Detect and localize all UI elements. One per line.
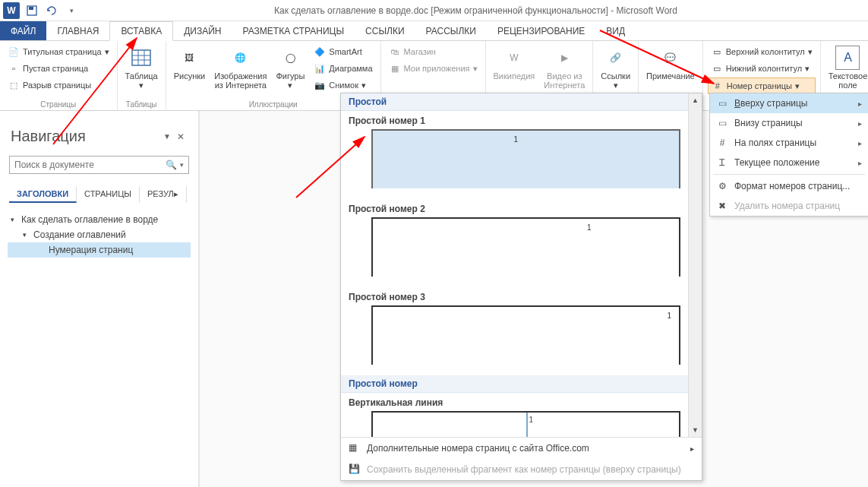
scroll-up-icon[interactable]: ▲ bbox=[689, 93, 702, 107]
textbox-button[interactable]: AТекстовое поле bbox=[825, 44, 868, 91]
nav-tab-results[interactable]: РЕЗУЛ▸ bbox=[140, 186, 187, 203]
qat-dropdown-icon[interactable]: ▾ bbox=[65, 5, 77, 17]
table-icon bbox=[129, 46, 153, 70]
save-icon: 💾 bbox=[349, 463, 361, 476]
pictures-button[interactable]: 🖼Рисунки bbox=[171, 44, 209, 82]
chart-icon: 📊 bbox=[314, 62, 326, 74]
wikipedia-button[interactable]: WВикипедия bbox=[491, 44, 538, 82]
gallery-scrollbar[interactable]: ▲ ▼ bbox=[688, 93, 702, 437]
comment-button[interactable]: 💬Примечание bbox=[643, 44, 698, 82]
shapes-button[interactable]: ◯Фигуры▾ bbox=[273, 44, 308, 91]
shapes-icon: ◯ bbox=[278, 46, 302, 70]
header-button[interactable]: ▭Верхний колонтитул ▾ bbox=[708, 44, 816, 59]
blank-page-icon: ▫ bbox=[8, 62, 20, 74]
nav-search[interactable]: 🔍 ▾ bbox=[9, 156, 189, 174]
menu-item-bottom[interactable]: ▭Внизу страницы▸ bbox=[710, 113, 868, 133]
svg-rect-1 bbox=[29, 7, 33, 10]
nav-dropdown-icon[interactable]: ▼ bbox=[160, 132, 174, 141]
tab-view[interactable]: ВИД bbox=[595, 21, 636, 40]
tab-layout[interactable]: РАЗМЕТКА СТРАНИЦЫ bbox=[232, 21, 355, 40]
menu-item-format[interactable]: ⚙Формат номеров страниц... bbox=[710, 176, 868, 196]
menu-item-margins[interactable]: #На полях страницы▸ bbox=[710, 133, 868, 153]
links-button[interactable]: 🔗Ссылки▾ bbox=[598, 44, 633, 91]
gallery-option[interactable]: 1 bbox=[371, 411, 680, 437]
gallery-option[interactable]: 1 bbox=[371, 129, 680, 188]
vertical-line-icon bbox=[526, 413, 528, 437]
nav-title: Навигация bbox=[11, 128, 160, 145]
window-title: Как сделать оглавление в ворде.doc [Режи… bbox=[84, 5, 868, 16]
footer-button[interactable]: ▭Нижний колонтитул ▾ bbox=[708, 61, 816, 76]
group-tables: Таблица▾ Таблицы bbox=[118, 41, 166, 110]
scroll-down-icon[interactable]: ▼ bbox=[689, 423, 702, 437]
store-icon: 🛍 bbox=[389, 46, 401, 58]
format-icon: ⚙ bbox=[716, 180, 728, 192]
search-input[interactable] bbox=[14, 160, 166, 170]
screenshot-icon: 📷 bbox=[314, 79, 326, 91]
gallery-option-label: Простой номер 1 bbox=[341, 111, 688, 129]
smartart-button[interactable]: 🔷SmartArt bbox=[311, 44, 375, 59]
chart-button[interactable]: 📊Диаграмма bbox=[311, 61, 375, 76]
nav-tabs: ЗАГОЛОВКИ СТРАНИЦЫ РЕЗУЛ▸ bbox=[9, 186, 189, 203]
menu-item-remove: ✖Удалить номера страниц bbox=[710, 196, 868, 216]
tree-item[interactable]: Нумерация страниц bbox=[8, 242, 191, 258]
page-number-button[interactable]: #Номер страницы ▾ bbox=[708, 77, 816, 94]
search-icon[interactable]: 🔍 bbox=[166, 160, 177, 170]
app-icon: W bbox=[3, 2, 20, 19]
search-dropdown-icon[interactable]: ▾ bbox=[180, 161, 184, 169]
gallery-category: Простой bbox=[341, 93, 688, 111]
page-top-icon: ▭ bbox=[716, 97, 728, 109]
page-break-button[interactable]: ⬚Разрыв страницы bbox=[5, 77, 112, 93]
title-bar: W ▾ Как сделать оглавление в ворде.doc [… bbox=[0, 0, 868, 21]
redo-icon[interactable] bbox=[46, 5, 58, 17]
cursor-icon: Ꮖ bbox=[716, 157, 728, 169]
tab-insert[interactable]: ВСТАВКА bbox=[109, 21, 173, 41]
online-picture-icon: 🌐 bbox=[229, 46, 253, 70]
store-button[interactable]: 🛍Магазин bbox=[386, 44, 481, 59]
online-pictures-button[interactable]: 🌐Изображения из Интернета bbox=[211, 44, 270, 91]
more-from-office-button[interactable]: ▦Дополнительные номера страниц с сайта O… bbox=[341, 438, 702, 459]
screenshot-button[interactable]: 📷Снимок ▾ bbox=[311, 77, 375, 93]
nav-tab-pages[interactable]: СТРАНИЦЫ bbox=[77, 186, 140, 203]
tab-references[interactable]: ССЫЛКИ bbox=[355, 21, 415, 40]
page-bottom-icon: ▭ bbox=[716, 117, 728, 129]
tab-file[interactable]: ФАЙЛ bbox=[0, 21, 46, 40]
tree-item[interactable]: Создание оглавлений bbox=[8, 227, 191, 242]
save-selection-button: 💾Сохранить выделенный фрагмент как номер… bbox=[341, 459, 702, 480]
tab-design[interactable]: ДИЗАЙН bbox=[173, 21, 232, 40]
picture-icon: 🖼 bbox=[177, 46, 201, 70]
online-video-button[interactable]: ▶Видео из Интернета bbox=[541, 44, 588, 91]
gallery-option-label: Простой номер 2 bbox=[341, 199, 688, 217]
group-label: Таблицы bbox=[122, 99, 161, 109]
page-number-gallery: Простой Простой номер 1 1 Простой номер … bbox=[340, 93, 702, 481]
svg-rect-2 bbox=[132, 50, 150, 65]
menu-separator bbox=[713, 174, 865, 175]
break-icon: ⬚ bbox=[8, 79, 20, 91]
video-icon: ▶ bbox=[552, 46, 576, 70]
cover-page-button[interactable]: 📄Титульная страница ▾ bbox=[5, 44, 112, 59]
link-icon: 🔗 bbox=[604, 46, 628, 70]
tab-home[interactable]: ГЛАВНАЯ bbox=[46, 21, 109, 40]
navigation-pane: Навигация ▼ ✕ 🔍 ▾ ЗАГОЛОВКИ СТРАНИЦЫ РЕЗ… bbox=[0, 111, 199, 487]
blank-page-button[interactable]: ▫Пустая страница bbox=[5, 61, 112, 76]
page-number-menu: ▭Вверху страницы▸ ▭Внизу страницы▸ #На п… bbox=[709, 93, 868, 217]
table-button[interactable]: Таблица▾ bbox=[122, 44, 161, 91]
menu-item-current[interactable]: ᏆТекущее положение▸ bbox=[710, 153, 868, 172]
gallery-option[interactable]: 1 bbox=[371, 217, 680, 277]
gallery-option[interactable]: 1 bbox=[371, 305, 680, 365]
nav-tab-headings[interactable]: ЗАГОЛОВКИ bbox=[9, 186, 77, 203]
close-icon[interactable]: ✕ bbox=[174, 131, 188, 142]
smartart-icon: 🔷 bbox=[314, 46, 326, 58]
myapps-button[interactable]: ▦Мои приложения ▾ bbox=[386, 61, 481, 76]
save-icon[interactable] bbox=[26, 5, 38, 17]
tab-mailings[interactable]: РАССЫЛКИ bbox=[415, 21, 487, 40]
tree-item[interactable]: Как сделать оглавление в ворде bbox=[8, 212, 191, 227]
comment-icon: 💬 bbox=[658, 46, 683, 70]
tab-review[interactable]: РЕЦЕНЗИРОВАНИЕ bbox=[487, 21, 595, 40]
chevron-right-icon: ▸ bbox=[858, 100, 862, 108]
footer-icon: ▭ bbox=[711, 62, 723, 74]
gallery-option-label: Вертикальная линия bbox=[341, 393, 688, 411]
header-icon: ▭ bbox=[711, 46, 723, 58]
gallery-option-label: Простой номер 3 bbox=[341, 287, 688, 305]
menu-item-top[interactable]: ▭Вверху страницы▸ bbox=[710, 93, 868, 113]
quick-access-toolbar: ▾ bbox=[20, 5, 84, 17]
